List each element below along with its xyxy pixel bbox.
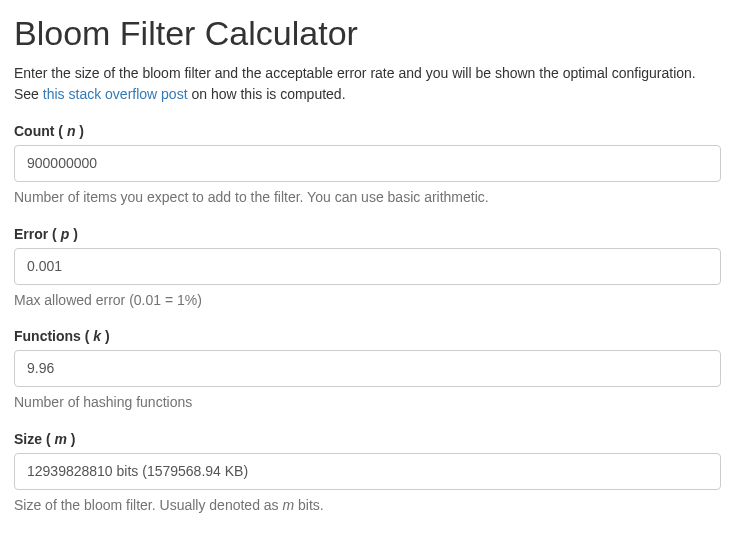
count-help: Number of items you expect to add to the… <box>14 188 721 208</box>
functions-label-suffix: ) <box>101 328 110 344</box>
size-help-before: Size of the bloom filter. Usually denote… <box>14 497 282 513</box>
functions-label-prefix: Functions ( <box>14 328 93 344</box>
page-title: Bloom Filter Calculator <box>14 14 721 53</box>
count-group: Count ( n ) Number of items you expect t… <box>14 123 721 208</box>
count-label-prefix: Count ( <box>14 123 67 139</box>
functions-help: Number of hashing functions <box>14 393 721 413</box>
count-input[interactable] <box>14 145 721 182</box>
error-help: Max allowed error (0.01 = 1%) <box>14 291 721 311</box>
size-label: Size ( m ) <box>14 431 721 447</box>
stack-overflow-link[interactable]: this stack overflow post <box>43 86 188 102</box>
functions-input[interactable] <box>14 350 721 387</box>
count-label: Count ( n ) <box>14 123 721 139</box>
size-group: Size ( m ) Size of the bloom filter. Usu… <box>14 431 721 516</box>
intro-after: on how this is computed. <box>188 86 346 102</box>
error-label: Error ( p ) <box>14 226 721 242</box>
count-label-suffix: ) <box>75 123 84 139</box>
size-help: Size of the bloom filter. Usually denote… <box>14 496 721 516</box>
functions-label-var: k <box>93 328 101 344</box>
size-label-prefix: Size ( <box>14 431 54 447</box>
error-label-suffix: ) <box>69 226 78 242</box>
size-help-after: bits. <box>294 497 324 513</box>
error-label-prefix: Error ( <box>14 226 61 242</box>
intro-text: Enter the size of the bloom filter and t… <box>14 63 721 105</box>
size-label-var: m <box>54 431 66 447</box>
error-group: Error ( p ) Max allowed error (0.01 = 1%… <box>14 226 721 311</box>
functions-label: Functions ( k ) <box>14 328 721 344</box>
error-label-var: p <box>61 226 70 242</box>
functions-group: Functions ( k ) Number of hashing functi… <box>14 328 721 413</box>
size-label-suffix: ) <box>67 431 76 447</box>
size-help-var: m <box>282 497 294 513</box>
size-input[interactable] <box>14 453 721 490</box>
error-input[interactable] <box>14 248 721 285</box>
